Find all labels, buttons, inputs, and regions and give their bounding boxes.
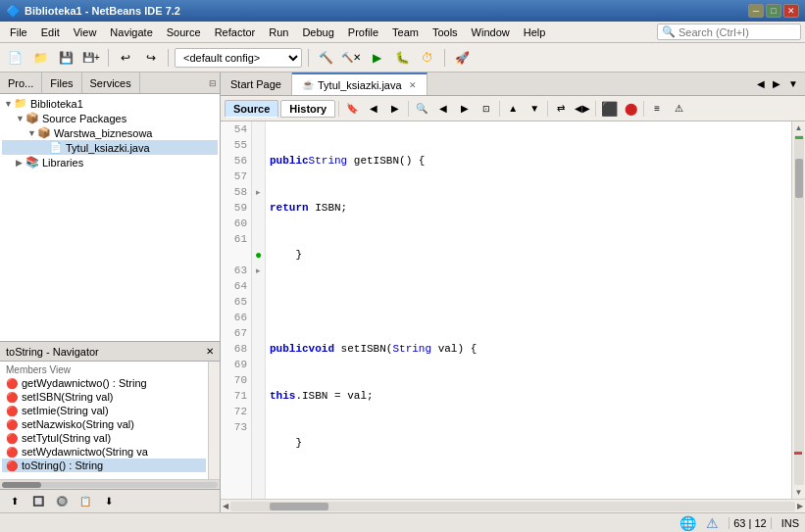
find-next-button[interactable]: ▶ — [455, 99, 475, 119]
tree-arrow-2[interactable]: ▼ — [27, 128, 37, 138]
tree-item-biblioteka1[interactable]: ▼ 📁 Biblioteka1 — [2, 96, 218, 111]
navigator-close-icon[interactable]: ✕ — [206, 346, 214, 357]
nav-item-3[interactable]: 🔴 setNazwisko(String val) — [2, 417, 206, 431]
toggle-bookmarks-button[interactable]: 🔖 — [342, 99, 362, 119]
nav-btn-5[interactable]: ⬇ — [98, 491, 120, 512]
menu-help[interactable]: Help — [518, 24, 552, 40]
editor-vscroll[interactable]: ▲ ▼ — [791, 121, 805, 499]
minimize-button[interactable]: ─ — [748, 4, 764, 18]
menu-navigate[interactable]: Navigate — [104, 24, 158, 40]
hscroll-track[interactable] — [230, 502, 795, 511]
project-tree[interactable]: ▼ 📁 Biblioteka1 ▼ 📦 Source Packages ▼ 📦 … — [0, 94, 220, 341]
menu-tools[interactable]: Tools — [427, 24, 464, 40]
breakpoint-button[interactable]: ⬤ — [621, 99, 640, 119]
source-tab-source[interactable]: Source — [225, 100, 278, 118]
panel-options-icon[interactable]: ⊟ — [206, 76, 220, 90]
toggle-diff-button[interactable]: ◀▶ — [573, 99, 592, 119]
vscroll-thumb[interactable] — [795, 159, 803, 198]
run-button[interactable]: ▶ — [366, 47, 387, 69]
menu-refactor[interactable]: Refactor — [209, 24, 262, 40]
prev-error-button[interactable]: ▲ — [503, 99, 523, 119]
menu-file[interactable]: File — [4, 24, 33, 40]
collapse-58[interactable]: ▸ — [256, 187, 261, 197]
code-content[interactable]: public String getISBN() { return ISBN; }… — [266, 121, 791, 499]
issues-button[interactable]: ⚠ — [669, 99, 688, 119]
menu-profile[interactable]: Profile — [342, 24, 384, 40]
nav-btn-4[interactable]: 📋 — [75, 491, 96, 512]
clean-build-button[interactable]: 🔨✕ — [340, 47, 362, 69]
profile-button[interactable]: ⏱ — [417, 47, 438, 69]
menu-window[interactable]: Window — [466, 24, 516, 40]
undo-button[interactable]: ↩ — [115, 47, 136, 69]
redo-button[interactable]: ↪ — [140, 47, 162, 69]
navigator-content[interactable]: Members View 🔴 getWydawnictwo() : String… — [0, 362, 208, 479]
hscroll-left-button[interactable]: ◀ — [221, 502, 230, 510]
open-project-button[interactable]: 📁 — [29, 47, 51, 69]
new-file-button[interactable]: 📄 — [4, 47, 25, 69]
tree-arrow-0[interactable]: ▼ — [4, 99, 14, 109]
menu-edit[interactable]: Edit — [35, 24, 66, 40]
close-button[interactable]: ✕ — [783, 4, 799, 18]
tab-scroll-right-button[interactable]: ▶ — [770, 78, 783, 89]
search-box[interactable]: 🔍 — [657, 24, 801, 40]
next-bookmark-button[interactable]: ▶ — [385, 99, 405, 119]
tab-projects[interactable]: Pro... — [0, 73, 42, 93]
tree-arrow-4[interactable]: ▶ — [16, 158, 25, 168]
toggle-find-button[interactable]: ⊡ — [477, 99, 496, 119]
nav-item-0[interactable]: 🔴 getWydawnictwo() : String — [2, 376, 206, 390]
config-select[interactable]: <default config> — [175, 48, 302, 68]
tab-close-tytul[interactable]: ✕ — [409, 80, 417, 90]
nav-scrollbar[interactable] — [0, 479, 220, 489]
tree-item-tytul-file[interactable]: 📄 Tytul_ksiazki.java — [2, 140, 218, 155]
tab-services[interactable]: Services — [82, 73, 140, 93]
navigator-scrollbar[interactable] — [208, 362, 220, 479]
save-all-button[interactable]: 💾+ — [80, 47, 102, 69]
tab-tytul-file[interactable]: ☕ Tytul_ksiazki.java ✕ — [292, 73, 428, 95]
nav-btn-2[interactable]: 🔲 — [27, 491, 49, 512]
metrics-button[interactable]: ≡ — [647, 99, 667, 119]
tab-start-page[interactable]: Start Page — [221, 73, 292, 95]
tab-files[interactable]: Files — [42, 73, 81, 93]
nav-item-2[interactable]: 🔴 setImie(String val) — [2, 404, 206, 417]
tree-arrow-1[interactable]: ▼ — [16, 114, 25, 123]
hscroll-right-button[interactable]: ▶ — [795, 502, 805, 510]
find-button[interactable]: 🔍 — [412, 99, 431, 119]
menu-run[interactable]: Run — [263, 24, 294, 40]
tree-item-source-packages[interactable]: ▼ 📦 Source Packages — [2, 111, 218, 125]
menu-source[interactable]: Source — [161, 24, 207, 40]
save-button[interactable]: 💾 — [55, 47, 76, 69]
find-prev-button[interactable]: ◀ — [433, 99, 453, 119]
gutter-68 — [252, 341, 265, 357]
nav-btn-1[interactable]: ⬆ — [4, 491, 25, 512]
diff-button[interactable]: ⇄ — [551, 99, 571, 119]
hscroll-thumb[interactable] — [270, 503, 328, 510]
vscroll-down-button[interactable]: ▼ — [794, 487, 804, 498]
nav-item-4[interactable]: 🔴 setTytul(String val) — [2, 431, 206, 445]
tree-item-libraries[interactable]: ▶ 📚 Libraries — [2, 155, 218, 169]
maximize-button[interactable]: □ — [766, 4, 781, 18]
nav-item-5[interactable]: 🔴 setWydawnictwo(String va — [2, 445, 206, 459]
collapse-63[interactable]: ▸ — [256, 266, 261, 275]
vscroll-up-button[interactable]: ▲ — [794, 122, 804, 133]
menu-view[interactable]: View — [68, 24, 103, 40]
nav-scroll-thumb[interactable] — [2, 482, 41, 488]
prev-bookmark-button[interactable]: ◀ — [364, 99, 383, 119]
debug-button[interactable]: 🐛 — [391, 47, 413, 69]
nav-btn-3[interactable]: 🔘 — [51, 491, 73, 512]
build-button[interactable]: 🔨 — [315, 47, 336, 69]
tree-item-warstwa[interactable]: ▼ 📦 Warstwa_biznesowa — [2, 125, 218, 140]
editor-hscroll[interactable]: ◀ ▶ — [221, 499, 805, 512]
stop-button[interactable]: ⬛ — [599, 99, 619, 119]
next-error-button[interactable]: ▼ — [525, 99, 544, 119]
tab-dropdown-button[interactable]: ▼ — [785, 78, 801, 89]
toolbar-separator-3 — [308, 49, 309, 67]
tab-scroll-left-button[interactable]: ◀ — [754, 78, 768, 89]
vscroll-track[interactable] — [794, 135, 804, 485]
nav-item-1[interactable]: 🔴 setISBN(String val) — [2, 390, 206, 404]
nav-item-6[interactable]: 🔴 toString() : String — [2, 459, 206, 472]
menu-team[interactable]: Team — [386, 24, 425, 40]
search-input[interactable] — [679, 26, 796, 38]
source-tab-history[interactable]: History — [280, 100, 335, 118]
menu-debug[interactable]: Debug — [296, 24, 339, 40]
deploy-button[interactable]: 🚀 — [451, 47, 473, 69]
